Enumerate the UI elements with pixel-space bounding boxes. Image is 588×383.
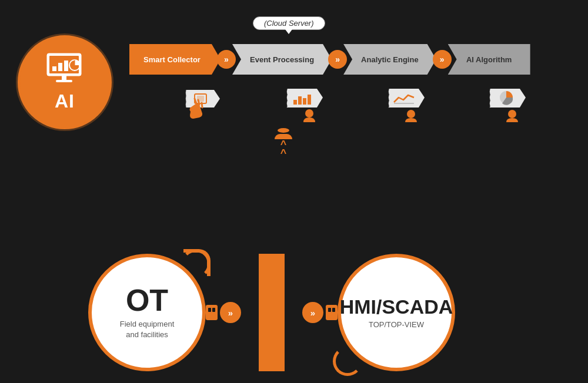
chart-icon-2 bbox=[383, 87, 430, 128]
chart-icon-1 bbox=[282, 87, 329, 128]
arrow-connector-right: » bbox=[302, 302, 323, 323]
bottom-section: OT Field equipmentand facilities » » HMI… bbox=[88, 254, 500, 371]
icon-item-chart-pie bbox=[479, 87, 537, 128]
svg-point-22 bbox=[508, 110, 516, 118]
user-figure: ^^ bbox=[272, 128, 295, 157]
ot-circle-wrap: OT Field equipmentand facilities bbox=[88, 254, 206, 371]
svg-rect-15 bbox=[298, 96, 302, 105]
ot-sublabel: Field equipmentand facilities bbox=[120, 319, 175, 340]
svg-line-12 bbox=[198, 100, 199, 105]
plug-shape-left bbox=[206, 305, 218, 320]
svg-line-13 bbox=[202, 103, 202, 107]
plug-shape-right bbox=[326, 305, 338, 320]
chip-icon bbox=[180, 87, 227, 128]
svg-point-18 bbox=[305, 109, 313, 117]
svg-rect-16 bbox=[303, 98, 306, 105]
svg-point-20 bbox=[407, 110, 415, 118]
smart-collector-step: Smart Collector bbox=[129, 44, 220, 75]
person-head bbox=[278, 128, 289, 133]
icon-item-chart1 bbox=[276, 87, 335, 128]
ai-label: AI bbox=[55, 90, 75, 112]
ai-circle: AI bbox=[18, 35, 112, 129]
svg-rect-17 bbox=[308, 95, 311, 105]
monitor-icon bbox=[44, 52, 85, 87]
svg-rect-8 bbox=[56, 80, 72, 82]
arrow-1: » bbox=[217, 50, 236, 69]
svg-rect-7 bbox=[62, 76, 66, 80]
arrow-connector: » bbox=[220, 302, 241, 323]
pipeline-container: Smart Collector » Event Processing » Ana… bbox=[129, 41, 576, 78]
icon-item-chip bbox=[174, 87, 233, 128]
arrow-3: » bbox=[433, 50, 452, 69]
arrow-2: » bbox=[328, 50, 347, 69]
icons-row bbox=[141, 87, 570, 128]
cloud-server-bubble: (Cloud Server) bbox=[253, 16, 325, 30]
svg-rect-3 bbox=[58, 63, 62, 71]
analytic-engine-step: Analytic Engine bbox=[343, 44, 436, 75]
hmi-circle-wrap: HMI/SCADA TOP/TOP-VIEW bbox=[338, 254, 455, 371]
vertical-pipe bbox=[259, 254, 285, 371]
hmi-connector: » bbox=[302, 302, 338, 323]
icon-item-chart2 bbox=[377, 87, 436, 128]
hmi-label: HMI/SCADA bbox=[340, 297, 453, 317]
hmi-circle: HMI/SCADA TOP/TOP-VIEW bbox=[338, 254, 455, 371]
ot-label: OT bbox=[126, 285, 168, 315]
hmi-sublabel: TOP/TOP-VIEW bbox=[369, 320, 424, 329]
ot-circle: OT Field equipmentand facilities bbox=[88, 254, 206, 371]
svg-rect-4 bbox=[64, 61, 68, 71]
chevron-up-icon: ^^ bbox=[280, 140, 287, 157]
chart-pie-icon bbox=[485, 87, 532, 128]
ai-algorithm-step: AI Algorithm bbox=[448, 44, 530, 75]
svg-rect-14 bbox=[293, 100, 297, 105]
event-processing-step: Event Processing bbox=[232, 44, 332, 75]
svg-rect-2 bbox=[52, 66, 56, 71]
ot-connector: » bbox=[206, 302, 241, 323]
